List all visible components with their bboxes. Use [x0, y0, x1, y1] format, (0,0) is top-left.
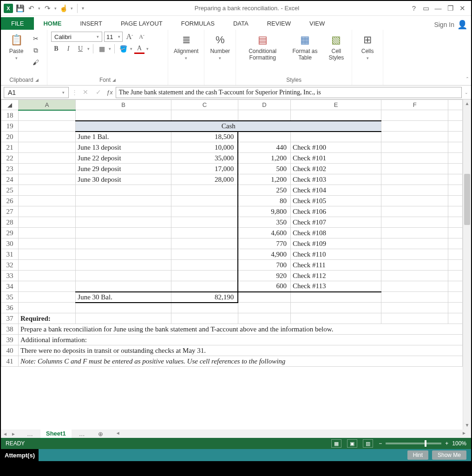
cell[interactable] — [238, 110, 290, 121]
tab-data[interactable]: DATA — [224, 17, 258, 30]
cell[interactable] — [19, 174, 76, 185]
text-row[interactable]: Note: Columns C and F must be entered as… — [19, 356, 463, 367]
cell[interactable]: 1,200 — [238, 174, 290, 185]
cell[interactable] — [19, 217, 76, 228]
cell[interactable]: 9,800 — [238, 206, 290, 217]
tab-home[interactable]: HOME — [34, 17, 71, 30]
cell[interactable]: 600 — [238, 281, 290, 292]
cell[interactable] — [19, 206, 76, 217]
row-header[interactable]: 33 — [1, 271, 19, 281]
cell-styles-button[interactable]: ▧ Cell Styles — [325, 32, 348, 62]
cell[interactable] — [381, 164, 448, 174]
cell[interactable] — [171, 313, 238, 324]
font-color-icon[interactable]: A — [134, 44, 144, 54]
worksheet-grid[interactable]: ◢ A B C D E F 1819Cash20June 1 Bal.18,50… — [1, 99, 463, 367]
cell[interactable]: 770 — [238, 238, 290, 249]
cell[interactable] — [76, 260, 171, 271]
cell[interactable] — [290, 110, 381, 121]
cell[interactable] — [448, 206, 463, 217]
cell[interactable]: Check #112 — [290, 271, 381, 281]
cell[interactable] — [290, 132, 381, 142]
cell[interactable]: June 22 deposit — [76, 153, 171, 164]
cell[interactable]: 920 — [238, 271, 290, 281]
row-header[interactable]: 35 — [1, 292, 19, 303]
cell[interactable] — [19, 260, 76, 271]
cell[interactable] — [290, 313, 381, 324]
formula-input[interactable]: The June bank statement and the cash T-a… — [116, 87, 462, 98]
row-header[interactable]: 41 — [1, 356, 19, 367]
cell[interactable]: June 13 deposit — [76, 142, 171, 153]
sheet-tab-dots2[interactable]: … — [73, 430, 91, 438]
row-header[interactable]: 23 — [1, 164, 19, 174]
cell[interactable]: 250 — [238, 185, 290, 196]
cell[interactable] — [171, 303, 238, 313]
cell[interactable] — [381, 206, 448, 217]
cell[interactable] — [381, 313, 448, 324]
cell[interactable] — [381, 153, 448, 164]
scroll-down-icon[interactable]: ▼ — [463, 421, 471, 430]
row-header[interactable]: 29 — [1, 228, 19, 238]
cell[interactable] — [19, 281, 76, 292]
text-row[interactable]: Additional information: — [19, 335, 463, 345]
cell[interactable]: 4,900 — [238, 249, 290, 260]
normal-view-icon[interactable]: ▦ — [331, 439, 341, 448]
row-header[interactable]: 37 — [1, 313, 19, 324]
close-icon[interactable]: ✕ — [458, 4, 466, 13]
cell[interactable]: 18,500 — [171, 132, 238, 142]
cell[interactable] — [381, 132, 448, 142]
col-header-C[interactable]: C — [171, 100, 238, 110]
number-button[interactable]: % Number ▾ — [208, 32, 232, 61]
cell[interactable] — [76, 217, 171, 228]
alignment-button[interactable]: ≣ Alignment ▾ — [172, 32, 200, 61]
cell[interactable] — [448, 271, 463, 281]
cell[interactable] — [381, 249, 448, 260]
cell[interactable]: June 30 deposit — [76, 174, 171, 185]
cell[interactable] — [171, 206, 238, 217]
cell[interactable]: Check #100 — [290, 142, 381, 153]
undo-icon[interactable]: ↶ — [27, 4, 35, 13]
cell[interactable] — [448, 174, 463, 185]
cell[interactable]: Check #103 — [290, 174, 381, 185]
cell[interactable] — [381, 110, 448, 121]
cell[interactable] — [19, 142, 76, 153]
cell[interactable] — [448, 281, 463, 292]
cell[interactable] — [448, 196, 463, 206]
tab-view[interactable]: VIEW — [300, 17, 334, 30]
cell[interactable]: Check #110 — [290, 249, 381, 260]
cell[interactable] — [171, 260, 238, 271]
cell[interactable]: 1,200 — [238, 153, 290, 164]
row-header[interactable]: 30 — [1, 238, 19, 249]
cell[interactable]: Required: — [19, 313, 76, 324]
cell[interactable] — [238, 303, 290, 313]
cell[interactable]: June 30 Bal. — [76, 292, 171, 303]
tab-review[interactable]: REVIEW — [258, 17, 300, 30]
cell[interactable] — [448, 303, 463, 313]
cash-header-cell[interactable]: Cash — [76, 121, 381, 132]
redo-more-icon[interactable]: ▾ — [54, 6, 57, 11]
col-header-B[interactable]: B — [76, 100, 171, 110]
row-header[interactable]: 38 — [1, 324, 19, 335]
cell[interactable] — [19, 249, 76, 260]
row-header[interactable]: 39 — [1, 335, 19, 345]
underline-button[interactable]: U — [75, 44, 85, 54]
touch-mode-icon[interactable]: ☝ — [59, 4, 68, 13]
font-name-input[interactable]: Calibri▾ — [51, 32, 102, 42]
cell[interactable]: 82,190 — [171, 292, 238, 303]
cell[interactable] — [76, 303, 171, 313]
cell[interactable] — [238, 132, 290, 142]
cell[interactable]: Check #104 — [290, 185, 381, 196]
scroll-thumb[interactable] — [464, 174, 470, 225]
zoom-level[interactable]: 100% — [452, 440, 466, 447]
vertical-scrollbar[interactable]: ▲ ▼ — [463, 99, 471, 430]
tab-scroll-left-icon[interactable]: ◄ — [1, 431, 9, 436]
sheet-tab-sheet1[interactable]: Sheet1 — [40, 429, 72, 439]
redo-icon[interactable]: ↷ — [43, 4, 52, 13]
cell[interactable] — [381, 260, 448, 271]
row-header[interactable]: 26 — [1, 196, 19, 206]
tab-scroll-right-icon[interactable]: ► — [9, 431, 18, 436]
tab-file[interactable]: FILE — [1, 17, 34, 30]
cell[interactable] — [238, 292, 290, 303]
new-sheet-button[interactable]: ⊕ — [92, 430, 109, 438]
row-header[interactable]: 18 — [1, 110, 19, 121]
cell[interactable] — [381, 292, 448, 303]
